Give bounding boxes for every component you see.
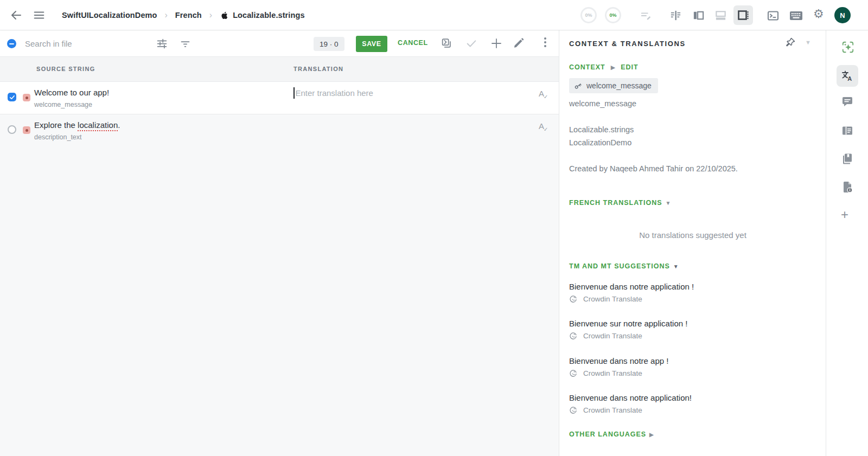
section-tm-mt-suggestions[interactable]: TM AND MT SUGGESTIONS▼ [569,262,679,270]
suggestion-text: Bienvenue dans notre application ! [569,282,808,291]
breadcrumb-language[interactable]: French [175,11,202,20]
tab-edit[interactable]: EDIT [621,63,638,71]
more-options-icon[interactable] [540,37,550,47]
untranslated-status-icon [23,126,30,134]
table-row[interactable]: Welcome to our app! welcome_message Ente… [0,82,559,114]
table-row[interactable]: Explore the localization. description_te… [0,114,559,147]
breadcrumb-separator: › [165,10,168,20]
notes-edit-icon[interactable] [640,10,652,22]
spellcheck-icon[interactable]: A✓ [539,121,548,131]
translation-placeholder: Enter translation here [296,88,373,98]
menu-icon[interactable] [33,9,45,21]
suggestion-item[interactable]: Bienvenue dans notre application! Crowdi… [569,393,808,414]
right-panel-icon[interactable] [733,5,753,25]
suggestion-text: Bienvenue dans notre application! [569,393,808,402]
editor-toolbar: 19 · 0 SAVE CANCEL [0,30,559,57]
file-info-icon[interactable] [841,181,854,194]
breadcrumb-separator: › [209,10,212,20]
source-string-text: Explore the localization. [34,120,120,130]
context-project-name: LocalizationDemo [569,138,631,147]
pin-icon[interactable] [785,37,796,48]
bottom-panel-icon[interactable] [714,9,727,22]
table-header: SOURCE STRING TRANSLATION [0,57,559,82]
save-button[interactable]: SAVE [356,36,387,52]
split-view-icon[interactable] [669,9,682,22]
chevron-down-icon[interactable]: ▼ [805,39,811,46]
crowdin-editor: SwiftUILocalizationDemo › French › Local… [0,0,868,456]
breadcrumb-project[interactable]: SwiftUILocalizationDemo [62,11,157,20]
comment-icon[interactable] [841,95,854,108]
text-cursor [293,87,295,99]
plus-icon[interactable] [490,37,503,50]
crowdin-icon [569,332,577,340]
string-key-chip[interactable]: welcome_message [569,78,658,93]
context-file-name: Localizable.strings [569,125,634,134]
chevron-down-icon: ▼ [673,264,679,269]
context-panel: CONTEXT & TRANSLATIONS ▼ CONTEXT ▶ EDIT … [559,30,826,456]
svg-text:A: A [847,75,852,82]
chevron-down-icon: ▼ [666,200,671,206]
glossary-icon[interactable] [841,152,854,165]
terminal-icon[interactable] [767,9,780,22]
row-checkbox-empty[interactable] [8,125,16,134]
section-other-languages[interactable]: OTHER LANGUAGES▶ [569,431,654,438]
suggestion-item[interactable]: Bienvenue dans notre app ! Crowdin Trans… [569,356,808,377]
check-icon[interactable] [465,37,477,49]
untranslated-status-icon [23,94,30,101]
tune-icon[interactable] [156,38,168,49]
select-all-checkbox[interactable] [7,39,16,48]
back-arrow-icon[interactable] [10,9,23,22]
tab-context[interactable]: CONTEXT [569,63,605,71]
breadcrumb: SwiftUILocalizationDemo › French › Local… [62,0,305,30]
crowdin-icon [569,295,577,303]
approved-progress-ring[interactable]: 0% [605,7,621,23]
left-panel-icon[interactable] [692,9,705,22]
context-key-name: welcome_message [569,99,636,108]
suggestion-item[interactable]: Bienvenue sur notre application ! Crowdi… [569,319,808,340]
crowdin-icon [569,369,577,377]
search-input[interactable] [25,37,142,50]
suggestion-provider: Crowdin Translate [569,406,808,414]
spellcheck-icon[interactable]: A✓ [539,89,548,98]
chevron-right-icon: ▶ [611,64,615,71]
row-checkbox-checked[interactable] [8,93,16,101]
panel-title: CONTEXT & TRANSLATIONS [569,40,686,48]
no-translations-message: No translations suggested yet [559,230,826,240]
filter-icon[interactable] [180,38,191,49]
section-french-translations[interactable]: FRENCH TRANSLATIONS▼ [569,199,671,207]
misspelled-word: localization [78,120,118,130]
chevron-right-icon: ▶ [649,432,654,438]
source-string-text: Welcome to our app! [34,88,109,97]
apple-icon [220,10,228,20]
copy-source-icon[interactable] [441,37,452,49]
translation-header: TRANSLATION [293,66,343,72]
side-icon-rail: A + [826,30,868,456]
suggestion-item[interactable]: Bienvenue dans notre application ! Crowd… [569,282,808,303]
created-note: Created by Naqeeb Ahmed Tahir on 22/10/2… [569,164,738,173]
file-progress-ring[interactable]: 0% [580,7,597,23]
suggestion-provider: Crowdin Translate [569,295,808,303]
add-panel-icon[interactable]: + [841,208,848,221]
key-icon [573,81,583,91]
source-string-header: SOURCE STRING [36,66,95,72]
suggestion-provider: Crowdin Translate [569,369,808,377]
suggestion-text: Bienvenue sur notre application ! [569,319,808,328]
string-key: description_text [34,133,82,141]
minus-icon [9,43,14,44]
suggestion-text: Bienvenue dans notre app ! [569,356,808,365]
context-tabs: CONTEXT ▶ EDIT [569,63,639,71]
ai-sparkle-icon[interactable] [841,40,855,54]
translate-icon[interactable]: A [837,65,858,87]
gear-icon[interactable]: ⚙ [813,8,824,20]
top-bar: SwiftUILocalizationDemo › French › Local… [0,0,868,30]
string-counter: 19 · 0 [314,37,344,51]
keyboard-icon[interactable] [789,10,803,21]
cancel-button[interactable]: CANCEL [398,39,428,47]
avatar[interactable]: N [834,7,851,23]
article-icon[interactable] [841,124,854,137]
string-key: welcome_message [34,101,92,108]
breadcrumb-file[interactable]: Localizable.strings [220,10,304,20]
pencil-icon[interactable] [513,37,525,49]
crowdin-icon [569,406,577,414]
translation-input[interactable]: Enter translation here [293,87,373,99]
